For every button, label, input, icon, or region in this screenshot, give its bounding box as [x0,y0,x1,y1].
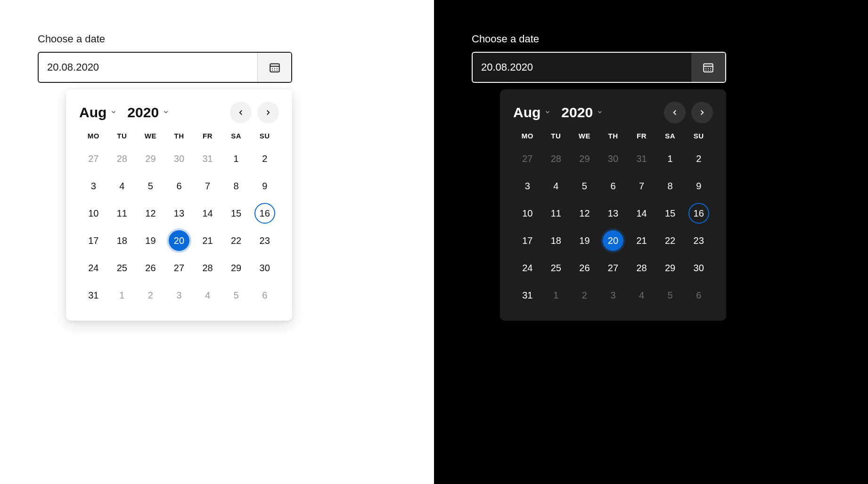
month-selector[interactable]: Aug [513,105,551,121]
day-number: 10 [517,203,538,224]
day-cell[interactable]: 22 [222,229,251,252]
day-cell[interactable]: 8 [656,175,685,197]
next-month-button[interactable] [691,102,713,123]
day-cell[interactable]: 25 [542,257,571,279]
date-input[interactable] [473,53,691,82]
day-cell[interactable]: 1 [542,284,571,307]
day-cell[interactable]: 24 [79,257,108,279]
day-cell[interactable]: 6 [165,175,194,197]
day-cell[interactable]: 31 [79,284,108,307]
day-cell[interactable]: 7 [193,175,222,197]
day-cell[interactable]: 6 [599,175,628,197]
day-cell[interactable]: 29 [136,147,165,170]
day-cell[interactable]: 3 [165,284,194,307]
day-cell[interactable]: 28 [193,257,222,279]
day-cell[interactable]: 12 [570,202,599,225]
day-cell[interactable]: 20 [165,229,194,252]
day-cell[interactable]: 7 [627,175,656,197]
day-cell[interactable]: 30 [165,147,194,170]
light-variant: Choose a date Aug [0,0,434,484]
day-cell[interactable]: 5 [656,284,685,307]
day-cell[interactable]: 1 [108,284,137,307]
day-cell[interactable]: 25 [108,257,137,279]
day-cell[interactable]: 23 [250,229,279,252]
day-cell[interactable]: 2 [684,147,713,170]
day-cell[interactable]: 11 [542,202,571,225]
day-cell[interactable]: 19 [570,229,599,252]
day-cell[interactable]: 22 [656,229,685,252]
day-cell[interactable]: 19 [136,229,165,252]
day-cell[interactable]: 12 [136,202,165,225]
day-cell[interactable]: 5 [136,175,165,197]
next-month-button[interactable] [257,102,279,123]
day-cell[interactable]: 26 [136,257,165,279]
day-cell[interactable]: 31 [193,147,222,170]
day-cell[interactable]: 6 [250,284,279,307]
day-cell[interactable]: 10 [79,202,108,225]
day-cell[interactable]: 15 [222,202,251,225]
day-cell[interactable]: 9 [250,175,279,197]
day-cell[interactable]: 24 [513,257,542,279]
day-cell[interactable]: 16 [684,202,713,225]
day-cell[interactable]: 4 [627,284,656,307]
open-calendar-button[interactable] [691,53,725,82]
day-cell[interactable]: 27 [79,147,108,170]
year-selector[interactable]: 2020 [127,105,169,121]
day-cell[interactable]: 16 [250,202,279,225]
date-input[interactable] [39,53,257,82]
month-selector[interactable]: Aug [79,105,117,121]
day-cell[interactable]: 1 [656,147,685,170]
day-cell[interactable]: 5 [570,175,599,197]
day-cell[interactable]: 29 [656,257,685,279]
day-cell[interactable]: 27 [513,147,542,170]
day-cell[interactable]: 23 [684,229,713,252]
svg-point-12 [710,68,711,69]
day-cell[interactable]: 5 [222,284,251,307]
day-cell[interactable]: 9 [684,175,713,197]
day-cell[interactable]: 28 [108,147,137,170]
day-cell[interactable]: 3 [599,284,628,307]
prev-month-button[interactable] [230,102,252,123]
day-cell[interactable]: 2 [570,284,599,307]
day-cell[interactable]: 2 [136,284,165,307]
day-cell[interactable]: 4 [542,175,571,197]
day-cell[interactable]: 27 [165,257,194,279]
day-cell[interactable]: 21 [627,229,656,252]
day-cell[interactable]: 4 [108,175,137,197]
day-cell[interactable]: 31 [513,284,542,307]
day-cell[interactable]: 4 [193,284,222,307]
day-cell[interactable]: 20 [599,229,628,252]
day-cell[interactable]: 10 [513,202,542,225]
day-cell[interactable]: 30 [684,257,713,279]
day-cell[interactable]: 29 [222,257,251,279]
day-cell[interactable]: 14 [627,202,656,225]
open-calendar-button[interactable] [257,53,291,82]
day-cell[interactable]: 30 [599,147,628,170]
day-cell[interactable]: 27 [599,257,628,279]
day-cell[interactable]: 13 [165,202,194,225]
day-cell[interactable]: 8 [222,175,251,197]
day-cell[interactable]: 18 [542,229,571,252]
day-cell[interactable]: 14 [193,202,222,225]
day-cell[interactable]: 28 [627,257,656,279]
day-cell[interactable]: 2 [250,147,279,170]
day-cell[interactable]: 26 [570,257,599,279]
day-cell[interactable]: 3 [513,175,542,197]
day-cell[interactable]: 21 [193,229,222,252]
day-cell[interactable]: 11 [108,202,137,225]
day-cell[interactable]: 1 [222,147,251,170]
day-number: 29 [574,148,595,169]
prev-month-button[interactable] [664,102,686,123]
day-cell[interactable]: 17 [513,229,542,252]
day-cell[interactable]: 18 [108,229,137,252]
day-cell[interactable]: 29 [570,147,599,170]
day-cell[interactable]: 28 [542,147,571,170]
day-cell[interactable]: 17 [79,229,108,252]
day-cell[interactable]: 6 [684,284,713,307]
day-cell[interactable]: 15 [656,202,685,225]
day-cell[interactable]: 3 [79,175,108,197]
year-selector[interactable]: 2020 [561,105,603,121]
day-cell[interactable]: 30 [250,257,279,279]
day-cell[interactable]: 13 [599,202,628,225]
day-cell[interactable]: 31 [627,147,656,170]
